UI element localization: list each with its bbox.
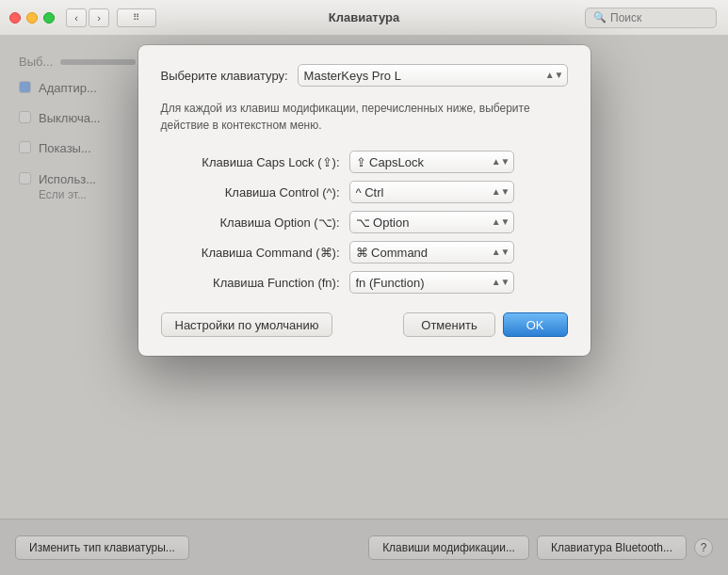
modal-overlay: Выберите клавиатуру: MasterKeys Pro L ▲▼… xyxy=(0,36,728,575)
search-icon: 🔍 xyxy=(593,11,607,24)
modifier-select-1[interactable]: ⇪ CapsLock ^ Ctrl ⌥ Option ⌘ Command fn … xyxy=(349,181,514,203)
modifier-select-wrap-2: ⇪ CapsLock ^ Ctrl ⌥ Option ⌘ Command fn … xyxy=(349,211,514,233)
modifier-select-0[interactable]: ⇪ CapsLock ^ Ctrl ⌥ Option ⌘ Command fn … xyxy=(349,151,514,173)
grid-button[interactable]: ⠿ xyxy=(117,8,156,27)
maximize-button[interactable] xyxy=(43,12,55,24)
cancel-button[interactable]: Отменить xyxy=(403,312,494,337)
modifier-select-wrap-3: ⇪ CapsLock ^ Ctrl ⌥ Option ⌘ Command fn … xyxy=(349,241,514,264)
modifier-row-4: Клавиша Function (fn): ⇪ CapsLock ^ Ctrl… xyxy=(161,271,568,294)
modifier-select-2[interactable]: ⇪ CapsLock ^ Ctrl ⌥ Option ⌘ Command fn … xyxy=(349,211,514,233)
window-title: Клавиатура xyxy=(329,10,400,24)
modifier-select-wrap-4: ⇪ CapsLock ^ Ctrl ⌥ Option ⌘ Command fn … xyxy=(349,271,514,294)
ok-button[interactable]: OK xyxy=(503,312,568,337)
search-box[interactable]: 🔍 xyxy=(585,8,717,28)
keyboard-select-row: Выберите клавиатуру: MasterKeys Pro L ▲▼ xyxy=(161,64,568,87)
modifier-label-2: Клавиша Option (⌥): xyxy=(161,216,349,230)
modifier-label-1: Клавиша Control (^): xyxy=(161,185,349,200)
modifier-rows: Клавиша Caps Lock (⇪): ⇪ CapsLock ^ Ctrl… xyxy=(161,151,568,294)
modifier-select-3[interactable]: ⇪ CapsLock ^ Ctrl ⌥ Option ⌘ Command fn … xyxy=(349,241,514,264)
keyboard-select-wrapper: MasterKeys Pro L ▲▼ xyxy=(298,64,568,87)
back-button[interactable]: ‹ xyxy=(66,8,87,27)
modifier-select-wrap-0: ⇪ CapsLock ^ Ctrl ⌥ Option ⌘ Command fn … xyxy=(349,151,514,173)
modal-buttons: Настройки по умолчанию Отменить OK xyxy=(161,312,568,337)
keyboard-label: Выберите клавиатуру: xyxy=(161,69,288,83)
modifier-row-3: Клавиша Command (⌘): ⇪ CapsLock ^ Ctrl ⌥… xyxy=(161,241,568,264)
titlebar: ‹ › ⠿ Клавиатура 🔍 xyxy=(0,0,728,36)
modifier-row-0: Клавиша Caps Lock (⇪): ⇪ CapsLock ^ Ctrl… xyxy=(161,151,568,173)
main-content: Выб... Адаптир... Выключа... Показы... И… xyxy=(0,36,728,575)
traffic-lights xyxy=(9,12,55,24)
modifier-label-3: Клавиша Command (⌘): xyxy=(161,246,349,260)
modifier-select-wrap-1: ⇪ CapsLock ^ Ctrl ⌥ Option ⌘ Command fn … xyxy=(349,181,514,203)
keyboard-select[interactable]: MasterKeys Pro L xyxy=(298,64,568,87)
close-button[interactable] xyxy=(9,12,21,24)
modifier-select-4[interactable]: ⇪ CapsLock ^ Ctrl ⌥ Option ⌘ Command fn … xyxy=(349,271,514,294)
forward-button[interactable]: › xyxy=(89,8,109,27)
modifier-row-2: Клавиша Option (⌥): ⇪ CapsLock ^ Ctrl ⌥ … xyxy=(161,211,568,233)
minimize-button[interactable] xyxy=(26,12,38,24)
defaults-button[interactable]: Настройки по умолчанию xyxy=(161,312,333,337)
nav-buttons: ‹ › xyxy=(66,8,109,27)
modal-description: Для каждой из клавиш модификации, перечи… xyxy=(161,100,568,134)
modifier-label-0: Клавиша Caps Lock (⇪): xyxy=(161,155,349,169)
modal-dialog: Выберите клавиатуру: MasterKeys Pro L ▲▼… xyxy=(138,45,590,356)
modifier-row-1: Клавиша Control (^): ⇪ CapsLock ^ Ctrl ⌥… xyxy=(161,181,568,203)
modifier-label-4: Клавиша Function (fn): xyxy=(161,276,349,290)
search-input[interactable] xyxy=(610,11,708,24)
